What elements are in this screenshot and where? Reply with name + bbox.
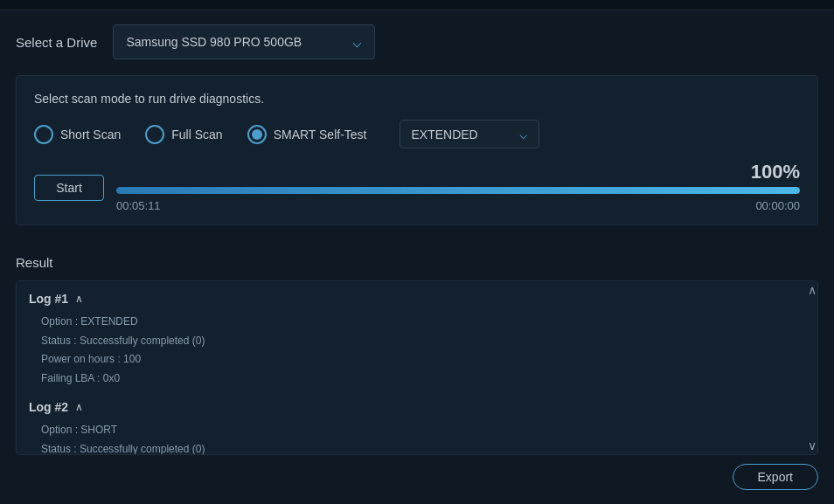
drive-selector-label: Select a Drive: [16, 35, 97, 50]
progress-times: 00:05:11 00:00:00: [116, 199, 800, 212]
log-2-chevron-icon: ∧: [75, 401, 83, 413]
smart-type-dropdown-value: EXTENDED: [411, 128, 477, 142]
progress-bar-fill: [116, 187, 800, 194]
log-1-title: Log #1: [29, 292, 68, 306]
log-header-2[interactable]: Log #2 ∧: [29, 400, 805, 414]
radio-smart-self-test[interactable]: SMART Self-Test: [247, 125, 367, 144]
drive-dropdown[interactable]: Samsung SSD 980 PRO 500GB ⌵: [113, 24, 375, 59]
drive-dropdown-value: Samsung SSD 980 PRO 500GB: [126, 35, 302, 49]
progress-percent: 100%: [116, 162, 800, 182]
scroll-down-icon[interactable]: ∨: [808, 439, 817, 452]
remaining-time: 00:00:00: [755, 199, 800, 212]
log-2-details: Option : SHORT Status : Successfully com…: [29, 421, 805, 455]
log-header-1[interactable]: Log #1 ∧: [29, 292, 805, 306]
progress-row: Start 100% 00:05:11 00:00:00: [34, 162, 800, 212]
drive-dropdown-arrow-icon: ⌵: [352, 32, 362, 52]
radio-short-scan[interactable]: Short Scan: [34, 125, 121, 144]
radio-smart-self-test-label: SMART Self-Test: [274, 128, 367, 142]
main-content: Select a Drive Samsung SSD 980 PRO 500GB…: [0, 10, 834, 255]
scroll-indicators: ∧ ∨: [808, 284, 817, 452]
scan-panel: Select scan mode to run drive diagnostic…: [16, 75, 818, 225]
log-line: Status : Successfully completed (0): [41, 440, 805, 455]
radio-full-scan-circle: [145, 125, 164, 144]
radio-full-scan-label: Full Scan: [171, 128, 222, 142]
log-line: Power on hours : 100: [41, 350, 805, 369]
log-line: Option : SHORT: [41, 421, 805, 440]
top-bar: [0, 0, 834, 10]
result-box[interactable]: Log #1 ∧ Option : EXTENDED Status : Succ…: [16, 280, 818, 455]
radio-full-scan[interactable]: Full Scan: [145, 125, 222, 144]
smart-type-dropdown[interactable]: EXTENDED ⌵: [400, 120, 539, 148]
result-section: Result Log #1 ∧ Option : EXTENDED Status…: [0, 255, 834, 455]
radio-smart-self-test-circle: [247, 125, 267, 144]
radio-short-scan-label: Short Scan: [60, 128, 121, 142]
progress-section: 100% 00:05:11 00:00:00: [116, 162, 800, 212]
result-scroll-area: Log #1 ∧ Option : EXTENDED Status : Succ…: [16, 280, 818, 455]
start-button[interactable]: Start: [34, 175, 104, 201]
log-entry-2: Log #2 ∧ Option : SHORT Status : Success…: [29, 400, 805, 455]
scan-options-row: Short Scan Full Scan SMART Self-Test EXT…: [34, 120, 800, 148]
scan-panel-title: Select scan mode to run drive diagnostic…: [34, 92, 800, 106]
log-2-title: Log #2: [29, 400, 68, 414]
log-line: Status : Successfully completed (0): [41, 332, 805, 351]
export-row: Export: [0, 455, 834, 494]
log-line: Failing LBA : 0x0: [41, 369, 805, 389]
log-1-details: Option : EXTENDED Status : Successfully …: [29, 313, 805, 388]
log-line: Option : EXTENDED: [41, 313, 805, 332]
elapsed-time: 00:05:11: [116, 199, 161, 212]
result-title: Result: [16, 255, 818, 270]
radio-short-scan-circle: [34, 125, 53, 144]
drive-selector-row: Select a Drive Samsung SSD 980 PRO 500GB…: [16, 24, 818, 59]
progress-bar-wrapper: [116, 187, 800, 194]
log-entry-1: Log #1 ∧ Option : EXTENDED Status : Succ…: [29, 292, 805, 388]
log-1-chevron-icon: ∧: [75, 293, 83, 305]
scroll-up-icon[interactable]: ∧: [808, 284, 817, 296]
export-button[interactable]: Export: [733, 464, 818, 490]
smart-type-dropdown-arrow-icon: ⌵: [519, 126, 528, 142]
radio-smart-self-test-inner: [252, 129, 262, 140]
